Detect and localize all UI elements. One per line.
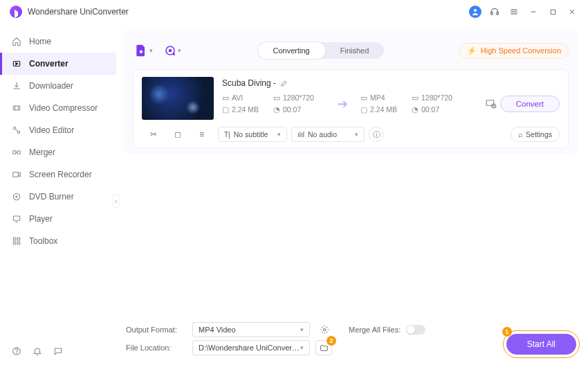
cut-icon[interactable]: ✂	[145, 127, 163, 141]
sidebar-item-label: Video Editor	[29, 125, 74, 135]
help-icon[interactable]	[11, 346, 22, 357]
format-settings-icon[interactable]	[482, 95, 500, 113]
sidebar-item-label: Downloader	[29, 81, 73, 91]
file-item: Scuba Diving - ▭AVI ▢2.24 MB ▭1280*720 ◔…	[133, 69, 569, 148]
bell-icon[interactable]	[32, 346, 43, 357]
maximize-icon[interactable]	[546, 6, 559, 18]
svg-point-22	[13, 193, 19, 199]
sidebar-item-label: Video Compressor	[29, 103, 98, 113]
minimize-icon[interactable]	[527, 6, 540, 18]
file-icon: ▭	[222, 94, 229, 102]
format-gear-icon[interactable]	[315, 323, 333, 337]
file-location-select[interactable]: D:\Wondershare UniConverter▾	[192, 340, 310, 355]
sidebar-item-label: Merger	[29, 148, 55, 157]
merge-label: Merge All Files:	[349, 326, 401, 334]
audio-select[interactable]: ılılNo audio▾	[291, 127, 365, 142]
sidebar-item-player[interactable]: Player	[0, 208, 116, 230]
download-icon	[11, 80, 22, 91]
high-speed-button[interactable]: ⚡High Speed Conversion	[459, 43, 569, 59]
dst-dur: 00:07	[421, 105, 439, 114]
resolution-icon: ▭	[273, 94, 280, 102]
dst-size: 2.24 MB	[370, 105, 397, 114]
sidebar-item-editor[interactable]: Video Editor	[0, 119, 116, 141]
src-res: 1280*720	[283, 94, 314, 102]
sidebar-item-dvd[interactable]: DVD Burner	[0, 186, 116, 208]
svg-marker-11	[16, 62, 18, 65]
folder-icon: ▢	[222, 105, 229, 114]
video-thumbnail[interactable]	[142, 77, 214, 120]
sidebar-item-converter[interactable]: Converter	[0, 53, 116, 75]
src-format: AVI	[232, 94, 243, 102]
callout-1: 1	[502, 327, 512, 337]
recorder-icon	[11, 169, 22, 180]
svg-rect-18	[13, 151, 16, 154]
svg-rect-12	[13, 106, 19, 110]
sidebar-item-label: DVD Burner	[29, 192, 74, 202]
output-format-label: Output Format:	[126, 326, 187, 334]
editor-icon	[11, 125, 22, 136]
headset-icon[interactable]	[488, 6, 501, 18]
file-name: Scuba Diving -	[222, 78, 276, 88]
src-size: 2.24 MB	[232, 105, 259, 114]
svg-rect-1	[491, 12, 493, 15]
app-logo-icon	[10, 6, 22, 18]
settings-button[interactable]: ⌕Settings	[511, 127, 560, 142]
merge-toggle[interactable]	[406, 325, 425, 335]
add-file-button[interactable]: ▾	[133, 42, 154, 60]
sidebar-item-toolbox[interactable]: Toolbox	[0, 230, 116, 252]
tab-converting[interactable]: Converting	[258, 42, 325, 59]
info-icon[interactable]: ⓘ	[369, 127, 384, 142]
svg-point-31	[17, 353, 17, 354]
svg-rect-21	[13, 172, 19, 177]
feedback-icon[interactable]	[53, 346, 64, 357]
sidebar-item-merger[interactable]: Merger	[0, 141, 116, 163]
clock-icon: ◔	[412, 105, 419, 114]
svg-rect-28	[13, 242, 16, 244]
output-format-select[interactable]: MP4 Video▾	[192, 322, 310, 337]
edit-name-icon[interactable]	[280, 79, 288, 87]
merger-icon	[11, 147, 22, 158]
titlebar: Wondershare UniConverter	[0, 0, 588, 24]
svg-point-36	[323, 328, 326, 331]
callout-2: 2	[327, 336, 336, 346]
file-icon: ▭	[360, 94, 367, 102]
svg-rect-2	[497, 12, 498, 15]
dst-res: 1280*720	[421, 94, 452, 102]
folder-icon: ▢	[360, 105, 367, 114]
sidebar-item-label: Converter	[29, 59, 68, 69]
resolution-icon: ▭	[412, 94, 419, 102]
svg-point-0	[474, 9, 477, 12]
start-all-button[interactable]: Start All	[506, 334, 576, 355]
sidebar-item-home[interactable]: Home	[0, 30, 116, 53]
clock-icon: ◔	[273, 105, 280, 114]
user-icon[interactable]	[469, 6, 481, 18]
menu-icon[interactable]	[508, 6, 520, 18]
svg-rect-19	[17, 151, 20, 154]
sidebar-item-downloader[interactable]: Downloader	[0, 75, 116, 97]
sidebar-item-label: Home	[29, 37, 51, 46]
subtitle-select[interactable]: T|No subtitle▾	[218, 127, 287, 142]
sidebar-item-recorder[interactable]: Screen Recorder	[0, 163, 116, 186]
src-dur: 00:07	[283, 105, 301, 114]
add-disc-button[interactable]: ▾	[162, 42, 183, 60]
svg-rect-24	[13, 216, 19, 220]
sidebar-item-compressor[interactable]: Video Compressor	[0, 97, 116, 119]
bolt-icon: ⚡	[467, 46, 477, 55]
compressor-icon	[11, 103, 22, 114]
tab-finished[interactable]: Finished	[325, 42, 385, 59]
svg-point-23	[16, 196, 17, 197]
svg-rect-26	[13, 238, 16, 240]
arrow-icon: ➔	[329, 96, 356, 112]
effect-icon[interactable]: ≡	[193, 127, 211, 141]
svg-point-33	[169, 50, 171, 52]
crop-icon[interactable]: ◻	[169, 127, 187, 141]
dst-format: MP4	[370, 94, 385, 102]
app-title: Wondershare UniConverter	[28, 7, 129, 17]
svg-rect-29	[17, 242, 20, 244]
convert-button[interactable]: Convert	[500, 96, 560, 112]
home-icon	[11, 36, 22, 47]
player-icon	[11, 213, 22, 224]
open-folder-button[interactable]: 2	[315, 340, 332, 355]
start-all-highlight: 1 Start All	[503, 330, 580, 358]
close-icon[interactable]	[566, 6, 578, 18]
